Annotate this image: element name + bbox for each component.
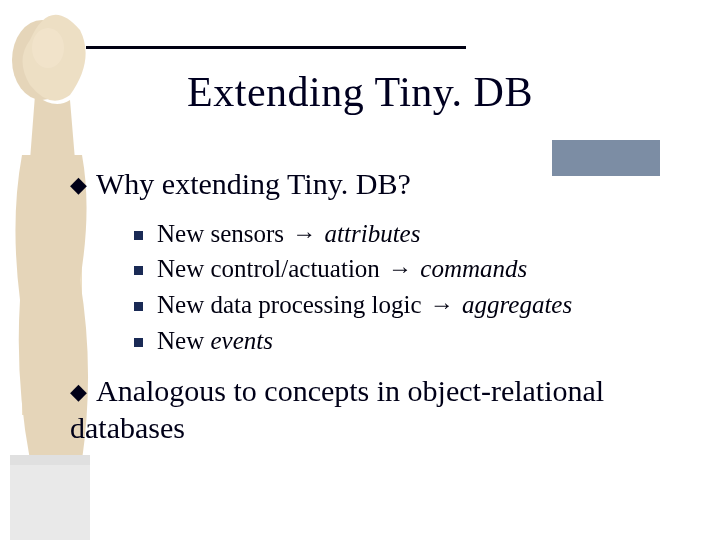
slide-title: Extending Tiny. DB [0, 68, 720, 116]
svg-rect-4 [10, 455, 90, 540]
bullet-level1: ◆Analogous to concepts in object-relatio… [70, 372, 680, 447]
arrow-icon: → [388, 253, 412, 285]
arrow-icon: → [430, 289, 454, 321]
list-item: New data processing logic → aggregates [134, 288, 680, 322]
bullet-level1: ◆Why extending Tiny. DB? [70, 165, 680, 203]
diamond-bullet-icon: ◆ [70, 378, 96, 406]
square-bullet-icon [134, 338, 143, 347]
svg-point-3 [32, 28, 64, 68]
diamond-bullet-icon: ◆ [70, 171, 96, 199]
bullet-text: Why extending Tiny. DB? [96, 167, 411, 200]
square-bullet-icon [134, 302, 143, 311]
slide-content: ◆Why extending Tiny. DB? New sensors → a… [70, 165, 680, 461]
bullet-text: Analogous to concepts in object-relation… [70, 374, 604, 445]
title-rule [86, 46, 466, 49]
square-bullet-icon [134, 266, 143, 275]
list-item: New events [134, 324, 680, 358]
list-item: New control/actuation → commands [134, 252, 680, 286]
list-item: New sensors → attributes [134, 217, 680, 251]
arrow-icon: → [292, 218, 316, 250]
sub-bullet-list: New sensors → attributes New control/act… [134, 217, 680, 358]
square-bullet-icon [134, 231, 143, 240]
